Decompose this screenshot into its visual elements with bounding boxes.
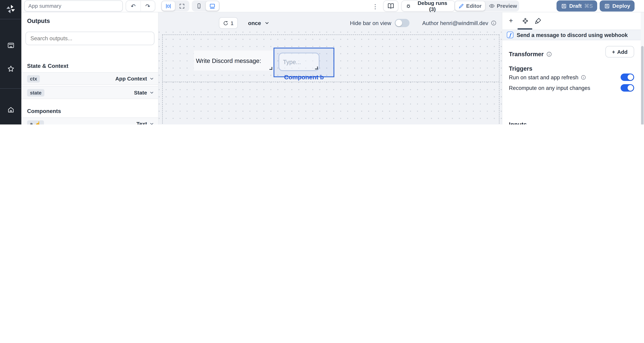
app-canvas[interactable]: Write Discord message: Component b − 100… — [158, 31, 502, 124]
eye-icon — [488, 3, 495, 9]
deploy-button[interactable]: Deploy — [600, 0, 634, 12]
component-a-text[interactable]: Write Discord message: — [194, 50, 273, 71]
hide-bar-toggle[interactable] — [394, 19, 409, 27]
history-buttons: ↶ ↷ — [126, 0, 155, 12]
ctx-row[interactable]: ctx App Context — [21, 72, 158, 85]
mobile-view-button[interactable] — [192, 1, 205, 10]
apps-icon[interactable] — [0, 40, 21, 50]
canvas-toolbar: 1 once Hide bar on view Author henri@win… — [158, 12, 502, 31]
theme-tab[interactable] — [532, 15, 544, 27]
info-icon[interactable] — [546, 51, 552, 57]
triggers-heading: Triggers — [509, 65, 532, 72]
favorites-star-icon[interactable] — [0, 64, 21, 74]
refresh-mode-select[interactable]: once — [246, 17, 272, 29]
runnable-title: Send a message to discord using webhook — [517, 32, 628, 38]
sidebar-divider — [0, 88, 21, 89]
docs-button[interactable] — [383, 0, 398, 12]
outputs-panel: Outputs State & Context ctx App Context … — [21, 12, 158, 124]
fullwidth-layout-button[interactable] — [175, 1, 188, 10]
author-label: Author henri@windmill.dev — [422, 20, 488, 26]
component-a-label: Write Discord message: — [196, 57, 261, 64]
function-icon: ƒ — [507, 32, 514, 38]
grid-row-divider — [162, 82, 500, 82]
topbar: ↶ ↷ ⋮ Debug runs (3) Editor Preview — [21, 0, 644, 12]
chevron-down-icon[interactable] — [149, 90, 154, 95]
outputs-title: Outputs — [27, 18, 50, 24]
editor-tab[interactable]: Editor — [455, 1, 485, 10]
window-scrollbar[interactable] — [641, 12, 644, 124]
layout-toggle-group — [161, 0, 189, 12]
runnable-header: ƒ Send a message to discord using webhoo… — [502, 30, 640, 40]
windmill-app-editor: $ ? → ↶ ↷ — [0, 0, 644, 124]
chevron-down-icon[interactable] — [149, 121, 154, 124]
recompute-row: Recompute on any input changes — [509, 84, 634, 92]
scrollbar-thumb[interactable] — [641, 46, 644, 124]
selected-component-label: Component b — [274, 74, 334, 80]
run-on-start-row: Run on start and app refresh — [509, 74, 634, 81]
chevron-down-icon[interactable] — [149, 76, 154, 82]
paintbrush-icon — [534, 17, 542, 25]
info-icon[interactable] — [581, 74, 586, 80]
state-context-heading: State & Context — [27, 63, 68, 69]
refresh-count-button[interactable]: 1 — [219, 17, 238, 29]
hand-pointer-icon: ☝ — [35, 121, 41, 124]
undo-button[interactable]: ↶ — [126, 1, 141, 11]
resize-handle[interactable] — [270, 67, 272, 70]
info-icon[interactable] — [491, 20, 496, 26]
preview-tab[interactable]: Preview — [485, 1, 520, 10]
home-icon[interactable] — [0, 105, 21, 115]
save-icon — [561, 3, 567, 9]
settings-panel: + ƒ Send a message to discord using webh… — [502, 12, 641, 124]
state-type-label: State — [134, 90, 147, 96]
components-diamond-icon — [522, 17, 529, 25]
save-icon — [604, 3, 610, 9]
text-input-component[interactable] — [278, 52, 320, 71]
editor-preview-toggle: Editor Preview — [454, 0, 519, 12]
inputs-heading: Inputs — [509, 121, 527, 124]
add-transformer-button[interactable]: +Add — [606, 46, 634, 58]
device-toggle-group — [192, 0, 220, 12]
left-sidebar: $ ? → — [0, 0, 21, 124]
state-row[interactable]: state State — [21, 86, 158, 99]
center-layout-button[interactable] — [162, 1, 175, 10]
sidebar-divider — [0, 19, 21, 20]
center-column: 1 once Hide bar on view Author henri@win… — [158, 12, 502, 124]
ctx-type-label: App Context — [115, 76, 147, 82]
app-summary-input[interactable] — [24, 0, 123, 12]
transformer-heading: Transformer — [509, 51, 552, 58]
redo-button[interactable]: ↷ — [141, 1, 155, 11]
pencil-icon — [458, 3, 464, 9]
draft-button[interactable]: Draft⌘S — [556, 0, 597, 12]
desktop-view-button[interactable] — [206, 1, 219, 10]
run-on-start-toggle[interactable] — [620, 74, 634, 81]
hide-bar-label: Hide bar on view — [350, 20, 391, 26]
add-component-tab[interactable]: + — [505, 15, 517, 27]
component-a-type: Text — [136, 121, 147, 124]
components-heading: Components — [27, 108, 61, 114]
active-tab-underline — [518, 28, 532, 30]
discord-message-input[interactable] — [279, 53, 318, 70]
debug-runs-button[interactable]: Debug runs (3) — [401, 0, 455, 12]
component-b-selected[interactable] — [274, 48, 334, 77]
component-settings-tab[interactable] — [519, 15, 532, 27]
windmill-logo-icon[interactable] — [0, 4, 21, 14]
recompute-toggle[interactable] — [620, 84, 634, 92]
search-outputs-input[interactable] — [26, 32, 154, 45]
more-menu-button[interactable]: ⋮ — [370, 1, 377, 11]
refresh-icon — [223, 20, 228, 26]
state-key-badge: state — [27, 89, 44, 96]
chevron-down-icon — [264, 20, 270, 26]
ctx-key-badge: ctx — [27, 75, 40, 82]
bug-icon — [405, 3, 412, 9]
component-a-row[interactable]: a☝ Text — [21, 118, 158, 124]
resize-handle[interactable] — [315, 66, 318, 69]
